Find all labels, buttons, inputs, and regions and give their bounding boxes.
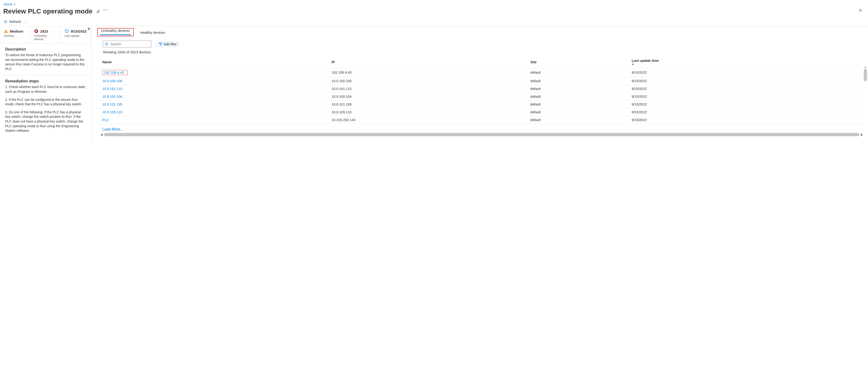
cell-site: default xyxy=(528,116,630,124)
table-row: 10.9.100.10410.9.100.104default9/15/2022 xyxy=(97,93,863,101)
col-last-update[interactable]: Last update time xyxy=(630,56,863,68)
cell-name: 10.9.100.104 xyxy=(97,93,330,101)
hscroll-track[interactable] xyxy=(104,133,859,136)
cell-name: 10.0.101.195 xyxy=(97,101,330,108)
warning-icon xyxy=(4,29,8,33)
kpi-unhealthy: 2623 Unhealthy devices xyxy=(30,26,61,43)
svg-point-2 xyxy=(106,10,107,10)
page-title: Review PLC operating mode xyxy=(3,7,92,15)
load-more-link[interactable]: Load More... xyxy=(102,127,124,131)
cell-last-update: 9/15/2022 xyxy=(630,93,863,101)
col-site[interactable]: Site xyxy=(528,56,630,68)
add-filter-label: Add filter xyxy=(164,42,177,46)
remediation-step-2: 2. If the PLC can be configured to the s… xyxy=(5,97,86,107)
table-row: 10.0.191.11010.0.191.110default9/15/2022 xyxy=(97,85,863,93)
search-input[interactable] xyxy=(110,42,149,46)
cell-ip: 10.216.292.143 xyxy=(330,116,528,124)
horizontal-scrollbar[interactable]: ◀ ▶ xyxy=(100,133,863,136)
kpi-severity-label: Severity xyxy=(4,34,26,37)
svg-point-7 xyxy=(105,43,107,45)
cell-site: default xyxy=(528,101,630,108)
description-section: Description To reduce the threat of mali… xyxy=(0,44,91,75)
cell-last-update: 9/15/2022 xyxy=(630,68,863,77)
close-icon[interactable] xyxy=(859,8,862,12)
col-ip[interactable]: IP xyxy=(330,56,528,68)
device-name-link[interactable]: 10.0.109.110 xyxy=(102,110,122,114)
svg-rect-3 xyxy=(6,30,6,32)
cell-site: default xyxy=(528,68,630,77)
add-filter-button[interactable]: + Add filter xyxy=(156,41,180,47)
svg-line-8 xyxy=(107,45,108,46)
kpi-severity-value: Medium xyxy=(10,29,23,33)
remediation-section: Remediation steps 1. Check whether each … xyxy=(0,75,91,140)
cell-site: default xyxy=(528,85,630,93)
vertical-scrollbar[interactable]: ▲ xyxy=(864,66,867,132)
details-pane: Medium Severity 2623 Unhealthy devices xyxy=(0,26,92,140)
table-row: 10.0.101.19510.0.101.195default9/15/2022 xyxy=(97,101,863,108)
showing-count: Showing 1000 of 2623 devices xyxy=(103,50,868,54)
devices-pane: Unhealthy devices Healthy devices + Add … xyxy=(92,26,868,140)
device-name-link[interactable]: 10.0.191.110 xyxy=(102,87,122,91)
pin-icon[interactable] xyxy=(96,9,100,13)
scroll-up-icon[interactable]: ▲ xyxy=(864,66,867,68)
remediation-step-3: 3. Do one of the following: If the PLC h… xyxy=(5,110,86,133)
cell-last-update: 9/15/2022 xyxy=(630,108,863,116)
cell-site: default xyxy=(528,108,630,116)
device-name-link[interactable]: 192.108.4.43 xyxy=(104,70,124,74)
search-icon xyxy=(105,42,108,46)
device-name-link[interactable]: PLC xyxy=(102,118,109,122)
expand-kpi-icon[interactable] xyxy=(87,27,90,30)
devices-table: Name IP Site Last update time 192.108.4.… xyxy=(97,56,863,124)
more-icon[interactable] xyxy=(103,9,107,13)
device-tabs: Unhealthy devices Healthy devices xyxy=(97,28,868,36)
svg-rect-4 xyxy=(6,32,6,32)
table-row: 10.0.100.10010.0.100.100default9/15/2022 xyxy=(97,77,863,85)
description-body: To reduce the threat of malicious PLC pr… xyxy=(5,53,86,71)
svg-text:+: + xyxy=(159,43,160,45)
device-name-link[interactable]: 10.9.100.104 xyxy=(102,95,122,98)
scroll-thumb[interactable] xyxy=(864,69,867,81)
tab-unhealthy-highlight: Unhealthy devices xyxy=(97,28,134,36)
svg-point-0 xyxy=(103,10,104,10)
tab-unhealthy-devices[interactable]: Unhealthy devices xyxy=(100,26,131,35)
cell-name: 10.0.191.110 xyxy=(97,85,330,93)
description-heading: Description xyxy=(5,47,86,52)
cell-name: PLC xyxy=(97,116,330,124)
scroll-right-icon[interactable]: ▶ xyxy=(861,133,863,136)
device-name-link[interactable]: 10.0.100.100 xyxy=(102,79,122,83)
kpi-last-update: 9/15/2022 Last update xyxy=(61,26,91,43)
chevron-right-icon xyxy=(14,3,16,5)
table-row: 10.0.109.11010.0.109.110default9/15/2022 xyxy=(97,108,863,116)
sort-desc-icon xyxy=(632,62,861,65)
toolbar-separator xyxy=(26,19,26,24)
device-name-link[interactable]: 10.0.101.195 xyxy=(102,103,122,106)
scroll-left-icon[interactable]: ◀ xyxy=(100,133,102,136)
breadcrumb: Home xyxy=(0,0,868,7)
col-name[interactable]: Name xyxy=(97,56,330,68)
cell-last-update: 9/15/2022 xyxy=(630,116,863,124)
refresh-button[interactable]: Refresh xyxy=(4,20,21,24)
svg-point-1 xyxy=(105,10,106,10)
cell-ip: 10.9.100.104 xyxy=(330,93,528,101)
cell-site: default xyxy=(528,77,630,85)
kpi-severity: Medium Severity xyxy=(0,26,30,43)
error-icon xyxy=(34,29,38,33)
kpi-last-update-label: Last update xyxy=(65,34,87,37)
table-row: PLC10.216.292.143default9/15/2022 xyxy=(97,116,863,124)
cell-last-update: 9/15/2022 xyxy=(630,101,863,108)
device-name-highlight: 192.108.4.43 xyxy=(102,70,128,75)
cell-ip: 10.0.101.195 xyxy=(330,101,528,108)
tab-healthy-devices[interactable]: Healthy devices xyxy=(140,28,166,36)
table-row: 192.108.4.43192.108.4.43default9/15/2022 xyxy=(97,68,863,77)
cell-last-update: 9/15/2022 xyxy=(630,85,863,93)
toolbar: Refresh xyxy=(0,18,868,26)
filter-row: + Add filter xyxy=(103,40,868,48)
cell-ip: 10.0.100.100 xyxy=(330,77,528,85)
breadcrumb-home[interactable]: Home xyxy=(4,2,12,6)
remediation-heading: Remediation steps xyxy=(5,79,86,83)
cell-site: default xyxy=(528,93,630,101)
kpi-unhealthy-value: 2623 xyxy=(40,29,48,33)
search-box[interactable] xyxy=(103,40,151,48)
col-last-update-label: Last update time xyxy=(632,59,659,62)
remediation-step-1: 1. Check whether each PLC must be in uns… xyxy=(5,85,86,94)
